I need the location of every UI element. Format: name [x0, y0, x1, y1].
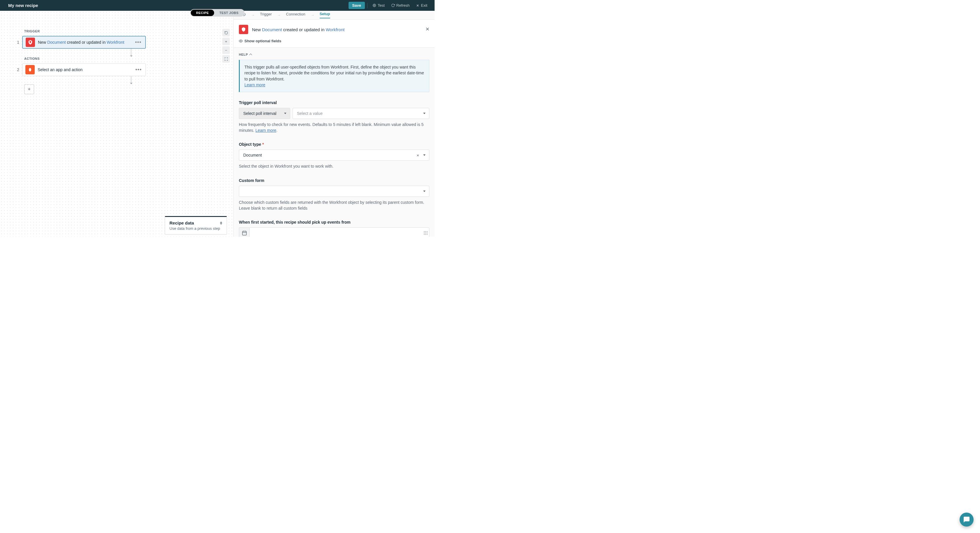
target-icon: [372, 3, 376, 7]
connector: [29, 49, 233, 57]
connector: [29, 76, 233, 84]
refresh-button[interactable]: Refresh: [388, 2, 412, 9]
recipe-canvas[interactable]: TRIGGER 1 New Document created or update…: [0, 11, 233, 237]
tab-test-jobs[interactable]: TEST JOBS: [214, 10, 244, 16]
close-icon: [416, 4, 419, 7]
close-panel-button[interactable]: ×: [426, 26, 430, 32]
chevron-down-icon: [284, 113, 286, 114]
fit-view-button[interactable]: [222, 55, 230, 63]
workfront-icon: [239, 25, 248, 34]
custom-form-select[interactable]: [239, 186, 430, 197]
svg-point-0: [373, 4, 376, 7]
app-placeholder-icon: [25, 65, 35, 74]
learn-more-link[interactable]: Learn more: [256, 128, 277, 133]
step-menu-button[interactable]: [134, 67, 143, 73]
canvas-controls: + −: [222, 29, 230, 63]
grip-icon[interactable]: [424, 231, 428, 235]
zoom-in-button[interactable]: +: [222, 38, 230, 45]
action-step-card[interactable]: Select an app and action: [22, 63, 146, 76]
arrow-icon: →: [310, 13, 314, 17]
header-actions: Save Test Refresh Exit: [348, 2, 430, 9]
chevron-down-icon: [423, 113, 426, 114]
refresh-icon: [391, 3, 395, 7]
view-tabs: RECIPE TEST JOBS: [190, 9, 244, 17]
svg-rect-6: [242, 231, 247, 235]
recipe-data-title: Recipe data: [169, 220, 222, 225]
field-since: When first started, this recipe should p…: [239, 220, 430, 237]
field-help: Select the object in Workfront you want …: [239, 164, 430, 169]
chevron-down-icon: [423, 154, 426, 156]
tab-recipe[interactable]: RECIPE: [191, 10, 214, 16]
page-title: My new recipe: [8, 3, 38, 8]
exit-button[interactable]: Exit: [413, 2, 430, 9]
calendar-icon[interactable]: [239, 228, 250, 237]
actions-section-label: ACTIONS: [24, 57, 233, 60]
field-label: Custom form: [239, 178, 430, 183]
field-label: Object type *: [239, 142, 430, 147]
eye-icon: [239, 39, 243, 43]
field-custom-form: Custom form Choose which custom fields a…: [239, 178, 430, 211]
show-optional-fields-toggle[interactable]: Show optional fields: [239, 39, 430, 43]
divider: [367, 3, 368, 8]
chevron-down-icon: [423, 190, 426, 192]
reset-view-button[interactable]: [222, 29, 230, 37]
save-button[interactable]: Save: [348, 2, 365, 9]
field-label: When first started, this recipe should p…: [239, 220, 430, 224]
step-number: 1: [16, 40, 19, 45]
help-box: This trigger pulls all user-specified ob…: [239, 60, 430, 92]
step-number: 2: [16, 67, 19, 72]
recipe-data-subtitle: Use data from a previous step: [169, 226, 222, 231]
reset-icon: [224, 31, 228, 35]
nav-connection[interactable]: Connection: [286, 12, 305, 18]
action-step-text: Select an app and action: [38, 67, 132, 72]
poll-interval-select[interactable]: Select poll interval: [239, 108, 290, 119]
trigger-step-card[interactable]: New Document created or updated in Workf…: [22, 36, 146, 49]
panel-title: New Document created or updated in Workf…: [252, 27, 344, 32]
learn-more-link[interactable]: Learn more: [244, 83, 266, 87]
arrow-icon: →: [277, 13, 281, 17]
add-step-button[interactable]: +: [24, 84, 34, 94]
clear-icon[interactable]: ×: [417, 153, 419, 158]
step-menu-button[interactable]: [134, 39, 142, 46]
nav-setup[interactable]: Setup: [320, 12, 330, 18]
field-poll-interval: Trigger poll interval Select poll interv…: [239, 100, 430, 133]
zoom-out-button[interactable]: −: [222, 46, 230, 54]
field-label: Trigger poll interval: [239, 100, 430, 105]
chevron-up-icon: [249, 54, 252, 57]
trigger-section-label: TRIGGER: [24, 29, 233, 33]
config-panel: App → Trigger → Connection → Setup New D…: [233, 11, 434, 237]
expand-icon: [224, 57, 228, 61]
panel-header: New Document created or updated in Workf…: [234, 19, 434, 48]
field-help: Choose which custom fields are returned …: [239, 200, 430, 211]
workfront-icon: [25, 38, 35, 47]
svg-point-5: [240, 41, 241, 41]
expand-icon[interactable]: [220, 221, 222, 224]
poll-value-select[interactable]: Select a value: [293, 108, 430, 119]
field-help: How frequently to check for new events. …: [239, 122, 430, 133]
svg-point-1: [374, 5, 375, 6]
arrow-icon: →: [251, 13, 255, 17]
recipe-data-card[interactable]: Recipe data Use data from a previous ste…: [165, 216, 227, 234]
object-type-select[interactable]: Document ×: [239, 150, 430, 161]
panel-breadcrumb: App → Trigger → Connection → Setup: [234, 11, 434, 19]
test-button[interactable]: Test: [370, 2, 387, 9]
field-object-type: Object type * Document × Select the obje…: [239, 142, 430, 169]
nav-trigger[interactable]: Trigger: [260, 12, 272, 18]
help-section-toggle[interactable]: HELP: [239, 53, 430, 56]
main-area: RECIPE TEST JOBS TRIGGER 1 New Document …: [0, 11, 434, 237]
trigger-step-text: New Document created or updated in Workf…: [38, 40, 131, 45]
since-date-input[interactable]: [250, 228, 430, 237]
